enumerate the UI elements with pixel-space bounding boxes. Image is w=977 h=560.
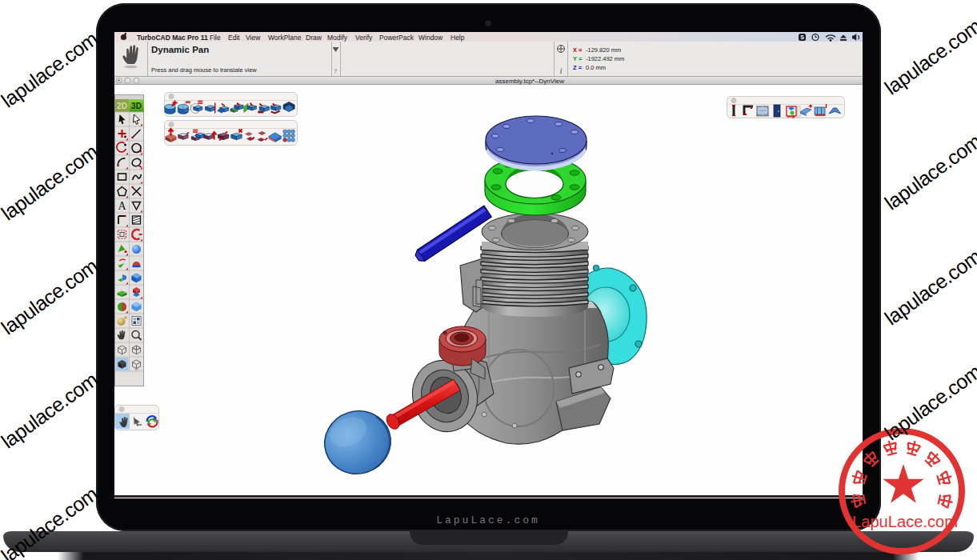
svg-text:S: S [800,34,804,40]
svg-text:LapuLace.com: LapuLace.com [852,513,958,530]
svg-text:i: i [560,67,563,75]
svg-text:3D: 3D [131,102,142,110]
svg-text:A: A [118,200,126,212]
svg-text:2D: 2D [117,102,127,110]
svg-text:?: ? [334,67,337,75]
